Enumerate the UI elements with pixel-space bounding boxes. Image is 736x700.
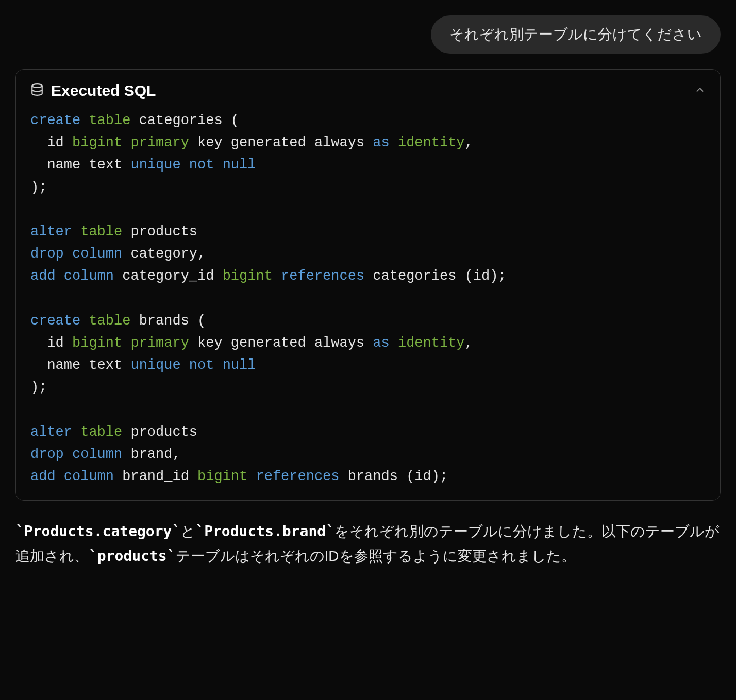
sql-card-header[interactable]: Executed SQL — [30, 82, 706, 99]
code-token: drop — [30, 447, 64, 462]
code-token: identity — [398, 135, 465, 150]
code-token: key generated always — [189, 135, 373, 150]
explanation-text: と — [180, 523, 195, 539]
code-token: bigint — [197, 469, 247, 484]
explanation-text: テーブルはそれぞれのIDを参照するように変更されました。 — [176, 548, 576, 564]
code-token — [122, 335, 130, 351]
code-token: brands ( — [130, 313, 206, 329]
code-token: add — [30, 469, 56, 484]
code-token — [181, 157, 189, 173]
code-token: categories (id); — [364, 268, 506, 284]
code-token: ); — [30, 380, 47, 395]
svg-point-0 — [32, 84, 42, 88]
sql-card-title: Executed SQL — [51, 82, 156, 99]
inline-code: `Products.category` — [15, 523, 180, 540]
code-token: unique — [130, 357, 180, 373]
database-icon — [30, 83, 44, 98]
code-token — [80, 313, 89, 329]
code-token — [80, 113, 89, 128]
code-token: primary — [130, 135, 189, 150]
code-token — [214, 357, 222, 373]
code-token: column — [64, 469, 114, 484]
code-token: name text — [30, 357, 130, 373]
executed-sql-card: Executed SQL create table categories ( i… — [15, 69, 721, 501]
code-token: drop — [30, 246, 64, 262]
code-token: , — [465, 335, 473, 351]
code-token — [56, 268, 64, 284]
code-token: id — [30, 135, 72, 150]
code-token: references — [256, 469, 339, 484]
code-token — [72, 224, 80, 240]
user-message-text: それぞれ別テーブルに分けてください — [449, 26, 702, 42]
code-token: column — [64, 268, 114, 284]
code-token: as — [373, 335, 389, 351]
code-token: references — [281, 268, 364, 284]
user-message: それぞれ別テーブルに分けてください — [431, 15, 721, 54]
code-token: not — [189, 357, 214, 373]
code-token: as — [373, 135, 389, 150]
code-token: create — [30, 313, 80, 329]
code-token — [214, 157, 222, 173]
chevron-up-icon[interactable] — [694, 84, 706, 97]
code-token: add — [30, 268, 56, 284]
code-token: category_id — [114, 268, 223, 284]
code-token: null — [223, 157, 256, 173]
code-token: alter — [30, 224, 72, 240]
code-token: products — [122, 424, 197, 440]
code-token — [72, 424, 80, 440]
code-token: bigint — [72, 135, 122, 150]
code-token: category, — [122, 246, 206, 262]
user-message-row: それぞれ別テーブルに分けてください — [15, 15, 721, 54]
code-token: bigint — [223, 268, 273, 284]
code-token: unique — [130, 157, 180, 173]
code-token: name text — [30, 157, 130, 173]
code-token — [181, 357, 189, 373]
assistant-explanation: `Products.category`と`Products.brand`をそれぞ… — [15, 519, 721, 568]
code-token — [390, 335, 398, 351]
code-token: products — [122, 224, 197, 240]
code-token: column — [72, 246, 122, 262]
code-token: alter — [30, 424, 72, 440]
code-token: id — [30, 335, 72, 351]
inline-code: `Products.brand` — [195, 523, 334, 540]
code-token: table — [89, 113, 130, 128]
code-token — [122, 135, 130, 150]
code-token: identity — [398, 335, 465, 351]
code-token — [56, 469, 64, 484]
code-token — [390, 135, 398, 150]
code-token — [64, 246, 72, 262]
sql-header-left: Executed SQL — [30, 82, 156, 99]
code-token: categories ( — [130, 113, 239, 128]
code-token: bigint — [72, 335, 122, 351]
code-token: ); — [30, 180, 47, 195]
code-token: brand, — [122, 447, 180, 462]
code-token: column — [72, 447, 122, 462]
code-token: create — [30, 113, 80, 128]
code-token: brand_id — [114, 469, 197, 484]
sql-code-block: create table categories ( id bigint prim… — [30, 110, 706, 488]
code-token: , — [465, 135, 473, 150]
code-token: null — [223, 357, 256, 373]
code-token: brands (id); — [340, 469, 448, 484]
inline-code: `products` — [89, 548, 176, 565]
code-token: table — [80, 224, 122, 240]
code-token: table — [89, 313, 130, 329]
code-token — [247, 469, 256, 484]
code-token: table — [80, 424, 122, 440]
code-token — [64, 447, 72, 462]
code-token: key generated always — [189, 335, 373, 351]
code-token: not — [189, 157, 214, 173]
code-token — [273, 268, 281, 284]
code-token: primary — [130, 335, 189, 351]
